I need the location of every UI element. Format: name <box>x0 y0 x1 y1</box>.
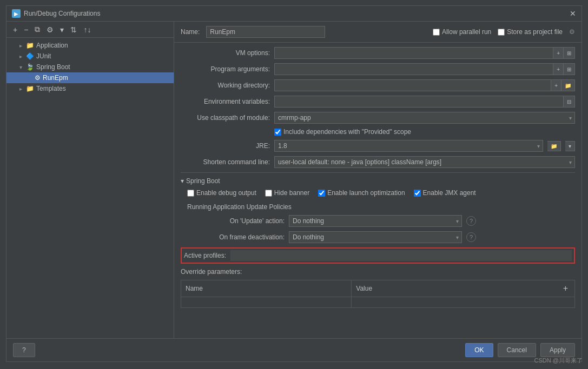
update-action-select-wrapper: Do nothing ▾ <box>289 215 462 227</box>
env-vars-edit-btn[interactable]: ⊟ <box>564 96 575 108</box>
frame-deactivation-select[interactable]: Do nothing <box>289 231 462 243</box>
configurations-tree: ▸ 📁 Application ▸ 🔷 JUnit ▾ 🍃 Spring Boo… <box>6 38 174 338</box>
override-empty-row <box>181 297 575 308</box>
right-panel: Name: Allow parallel run Store as projec… <box>174 22 582 338</box>
jre-select[interactable]: 1.8 <box>274 140 543 152</box>
program-args-folder-btn[interactable]: ⊞ <box>564 63 575 75</box>
ok-button[interactable]: OK <box>465 343 493 357</box>
store-as-project-label[interactable]: Store as project file <box>498 28 563 36</box>
spring-boot-header: ▾ Spring Boot <box>181 177 575 185</box>
frame-deactivation-row: On frame deactivation: Do nothing ▾ ? <box>187 231 575 243</box>
remove-config-button[interactable]: − <box>22 24 30 35</box>
enable-debug-label[interactable]: Enable debug output <box>187 189 256 197</box>
override-params-title: Override parameters: <box>181 268 242 276</box>
allow-parallel-checkbox[interactable] <box>433 29 440 36</box>
enable-launch-label[interactable]: Enable launch optimization <box>318 189 405 197</box>
arrow-down-button[interactable]: ▾ <box>58 24 66 35</box>
help-button[interactable]: ? <box>13 343 35 357</box>
tree-item-runepm[interactable]: ⚙ RunEpm <box>6 72 174 83</box>
settings-gear-icon[interactable]: ⚙ <box>569 28 575 36</box>
working-dir-field: + 📁 <box>274 79 575 91</box>
settings-config-button[interactable]: ⚙ <box>44 24 56 35</box>
shorten-cmd-select-wrapper: user-local default: none - java [options… <box>274 156 575 168</box>
apply-button[interactable]: Apply <box>540 343 575 357</box>
env-vars-input[interactable] <box>274 96 564 108</box>
vm-options-input[interactable] <box>274 47 553 59</box>
program-args-expand-btn[interactable]: + <box>553 63 564 75</box>
working-dir-label: Working directory: <box>181 82 270 89</box>
add-override-btn[interactable]: + <box>561 283 570 294</box>
update-action-select[interactable]: Do nothing <box>289 215 462 227</box>
tree-arrow-templates: ▸ <box>17 86 24 92</box>
bottom-bar: ? OK Cancel Apply <box>6 338 582 361</box>
working-dir-expand-btn[interactable]: + <box>551 79 561 91</box>
update-action-row: On 'Update' action: Do nothing ▾ ? <box>187 215 575 227</box>
close-button[interactable]: ✕ <box>570 9 576 18</box>
include-deps-checkbox[interactable] <box>274 129 281 136</box>
tree-item-spring-boot[interactable]: ▾ 🍃 Spring Boot <box>6 62 174 72</box>
hide-banner-label[interactable]: Hide banner <box>265 189 309 197</box>
jre-dropdown-btn[interactable]: ▾ <box>565 141 575 151</box>
override-name-col: Name <box>181 280 352 297</box>
program-args-input[interactable] <box>274 63 553 75</box>
spring-boot-section-label: Spring Boot <box>186 177 220 185</box>
sort-config-button[interactable]: ⇅ <box>68 24 79 35</box>
enable-jmx-label[interactable]: Enable JMX agent <box>414 189 476 197</box>
jre-label: JRE: <box>181 142 270 150</box>
dialog-title: Run/Debug Configurations <box>24 10 100 17</box>
bottom-help: ? <box>13 343 35 357</box>
include-deps-row: Include dependencies with "Provided" sco… <box>181 128 575 136</box>
update-action-help-icon[interactable]: ? <box>466 216 476 226</box>
working-dir-row: Working directory: + 📁 <box>181 79 575 91</box>
override-section: Override parameters: Name Value+ <box>181 268 575 308</box>
tree-label-junit: JUnit <box>36 52 51 60</box>
move-config-button[interactable]: ↑↓ <box>81 24 93 35</box>
application-icon: 📁 <box>26 42 34 49</box>
tree-item-junit[interactable]: ▸ 🔷 JUnit <box>6 51 174 62</box>
enable-launch-checkbox[interactable] <box>318 190 325 197</box>
jre-row: JRE: 1.8 ▾ 📁 ▾ <box>181 140 575 152</box>
add-config-button[interactable]: + <box>11 24 19 35</box>
spring-boot-triangle: ▾ <box>181 177 184 185</box>
active-profiles-input[interactable] <box>230 250 572 261</box>
vm-options-folder-btn[interactable]: ⊞ <box>564 47 575 59</box>
running-app-title: Running Application Update Policies <box>187 203 575 211</box>
enable-debug-checkbox[interactable] <box>187 190 194 197</box>
runepm-icon: ⚙ <box>35 74 41 82</box>
dialog-icon: ▶ <box>12 9 21 18</box>
working-dir-folder-btn[interactable]: 📁 <box>561 79 575 91</box>
shorten-cmd-select[interactable]: user-local default: none - java [options… <box>274 156 575 168</box>
tree-item-application[interactable]: ▸ 📁 Application <box>6 40 174 51</box>
env-vars-row: Environment variables: ⊟ <box>181 96 575 108</box>
store-as-project-checkbox[interactable] <box>498 29 505 36</box>
program-args-row: Program arguments: + ⊞ <box>181 63 575 75</box>
hide-banner-checkbox[interactable] <box>265 190 272 197</box>
enable-jmx-checkbox[interactable] <box>414 190 421 197</box>
vm-options-label: VM options: <box>181 49 270 57</box>
active-profiles-label: Active profiles: <box>184 252 230 259</box>
vm-options-field: + ⊞ <box>274 47 575 59</box>
include-deps-label[interactable]: Include dependencies with "Provided" sco… <box>274 128 411 136</box>
tree-arrow-spring-boot: ▾ <box>17 64 24 70</box>
name-label: Name: <box>181 28 200 36</box>
tree-item-templates[interactable]: ▸ 📁 Templates <box>6 83 174 94</box>
frame-deactivation-select-wrapper: Do nothing ▾ <box>289 231 462 243</box>
frame-deactivation-help-icon[interactable]: ? <box>466 232 476 242</box>
config-header: Name: Allow parallel run Store as projec… <box>174 22 582 43</box>
jre-select-wrapper: 1.8 ▾ <box>274 140 543 152</box>
header-options: Allow parallel run Store as project file… <box>433 28 575 36</box>
vm-options-expand-btn[interactable]: + <box>553 47 564 59</box>
name-input[interactable] <box>206 26 325 38</box>
enable-launch-text: Enable launch optimization <box>327 189 405 197</box>
env-vars-field: ⊟ <box>274 96 575 108</box>
copy-config-button[interactable]: ⧉ <box>32 24 42 35</box>
classpath-select-wrapper: cmrmp-app ▾ <box>274 112 575 124</box>
title-bar: ▶ Run/Debug Configurations ✕ <box>6 6 582 22</box>
allow-parallel-label[interactable]: Allow parallel run <box>433 28 491 36</box>
junit-icon: 🔷 <box>26 52 34 60</box>
cancel-button[interactable]: Cancel <box>498 343 536 357</box>
classpath-select[interactable]: cmrmp-app <box>274 112 575 124</box>
working-dir-input[interactable] <box>274 79 551 91</box>
enable-debug-text: Enable debug output <box>196 189 256 197</box>
jre-folder-btn[interactable]: 📁 <box>547 141 561 151</box>
